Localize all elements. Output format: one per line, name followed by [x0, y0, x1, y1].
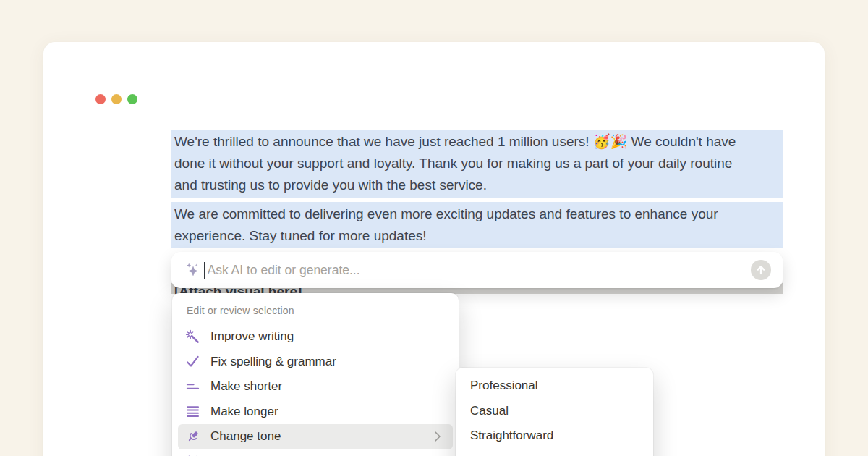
submenu-item-straightforward[interactable]: Straightforward: [461, 423, 647, 449]
menu-item-make-longer[interactable]: Make longer: [178, 400, 453, 425]
chevron-right-icon: [434, 431, 441, 442]
menu-item-make-shorter[interactable]: Make shorter: [178, 374, 453, 400]
screenshot-stage: We're thrilled to announce that we have …: [0, 0, 868, 456]
change-tone-submenu: Professional Casual Straightforward Conf…: [456, 368, 653, 456]
arrow-up-circle-icon: [755, 264, 767, 276]
window-controls: [95, 94, 137, 104]
wand-sparkle-icon: [185, 329, 200, 345]
submenu-item-casual[interactable]: Casual: [461, 399, 647, 424]
paragraph-line: and trusting us to provide you with the …: [174, 174, 783, 196]
submenu-item-label: Casual: [470, 404, 640, 418]
close-window-button[interactable]: [95, 94, 106, 104]
text-caret: [204, 262, 205, 279]
ai-prompt-input[interactable]: [208, 263, 752, 278]
ai-prompt-bar[interactable]: [171, 252, 783, 288]
menu-section-header: Edit or review selection: [178, 299, 453, 324]
paragraph-line: experience. Stay tuned for more updates!: [174, 225, 783, 247]
app-window: We're thrilled to announce that we have …: [43, 42, 825, 456]
submenu-item-label: Professional: [470, 379, 640, 393]
submit-prompt-button[interactable]: [751, 260, 771, 280]
minimize-window-button[interactable]: [111, 94, 122, 104]
check-icon: [185, 354, 200, 369]
paragraph-line: done it without your support and loyalty…: [174, 153, 783, 174]
menu-item-label: Change tone: [210, 429, 434, 444]
submenu-item-label: Straightforward: [470, 428, 640, 443]
menu-item-simplify-language[interactable]: Simplify language: [178, 449, 453, 456]
menu-item-improve-writing[interactable]: Improve writing: [178, 324, 453, 350]
microphone-icon: [185, 429, 200, 444]
menu-item-label: Improve writing: [210, 329, 446, 344]
ai-sparkle-icon: [184, 261, 201, 279]
two-lines-icon: [185, 379, 200, 394]
four-lines-icon: [185, 404, 200, 419]
submenu-item-confident[interactable]: Confident: [461, 449, 647, 456]
menu-item-label: Fix spelling & grammar: [210, 355, 446, 369]
menu-item-change-tone[interactable]: Change tone: [178, 424, 453, 449]
menu-item-label: Make longer: [210, 405, 446, 419]
menu-item-fix-spelling-grammar[interactable]: Fix spelling & grammar: [178, 350, 453, 375]
paragraph-line: We are committed to delivering even more…: [174, 203, 783, 225]
zoom-window-button[interactable]: [127, 94, 137, 104]
ai-edit-menu: Edit or review selection Improve writing: [172, 293, 459, 456]
selected-paragraph-2[interactable]: We are committed to delivering even more…: [171, 202, 783, 248]
menu-item-label: Make shorter: [210, 379, 446, 394]
paragraph-line: We're thrilled to announce that we have …: [174, 131, 783, 153]
selected-paragraph-1[interactable]: We're thrilled to announce that we have …: [171, 130, 783, 198]
submenu-item-professional[interactable]: Professional: [461, 373, 647, 399]
